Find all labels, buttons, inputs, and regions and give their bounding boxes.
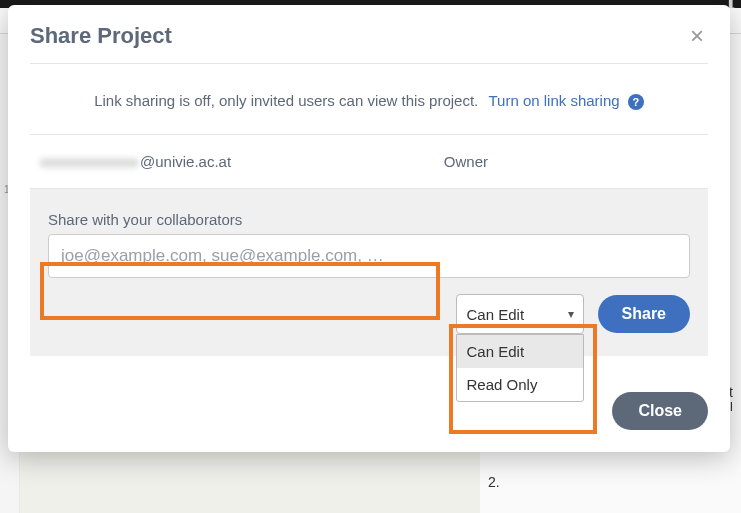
- share-section: Share with your collaborators Can Edit R…: [30, 189, 708, 356]
- permission-option-read-only[interactable]: Read Only: [457, 368, 583, 401]
- turn-on-link-sharing[interactable]: Turn on link sharing: [488, 92, 619, 109]
- owner-role: Owner: [444, 153, 488, 170]
- share-project-modal: Share Project × Link sharing is off, onl…: [8, 5, 730, 452]
- share-button[interactable]: Share: [598, 295, 690, 333]
- collaborator-email-input[interactable]: [48, 234, 690, 278]
- link-sharing-status: Link sharing is off, only invited users …: [94, 92, 478, 109]
- modal-footer: Close: [8, 374, 730, 452]
- share-actions: Can Edit Read Only Can Edit Read Only Sh…: [48, 294, 690, 334]
- close-button[interactable]: Close: [612, 392, 708, 430]
- owner-row: xxxxxxxxxxxxxx @univie.ac.at Owner: [30, 135, 708, 189]
- modal-title: Share Project: [30, 23, 172, 49]
- modal-header: Share Project ×: [8, 5, 730, 63]
- close-icon[interactable]: ×: [686, 24, 708, 48]
- modal-body: Link sharing is off, only invited users …: [8, 63, 730, 374]
- share-label: Share with your collaborators: [48, 211, 690, 228]
- owner-email-domain: @univie.ac.at: [140, 153, 231, 170]
- permission-option-can-edit[interactable]: Can Edit: [457, 335, 583, 368]
- permission-select-wrap: Can Edit Read Only Can Edit Read Only: [456, 294, 584, 334]
- link-sharing-section: Link sharing is off, only invited users …: [30, 63, 708, 135]
- owner-email-redacted: xxxxxxxxxxxxxx: [40, 153, 138, 170]
- permission-dropdown: Can Edit Read Only: [456, 334, 584, 402]
- help-icon[interactable]: ?: [628, 94, 644, 110]
- permission-select[interactable]: Can Edit Read Only: [456, 294, 584, 334]
